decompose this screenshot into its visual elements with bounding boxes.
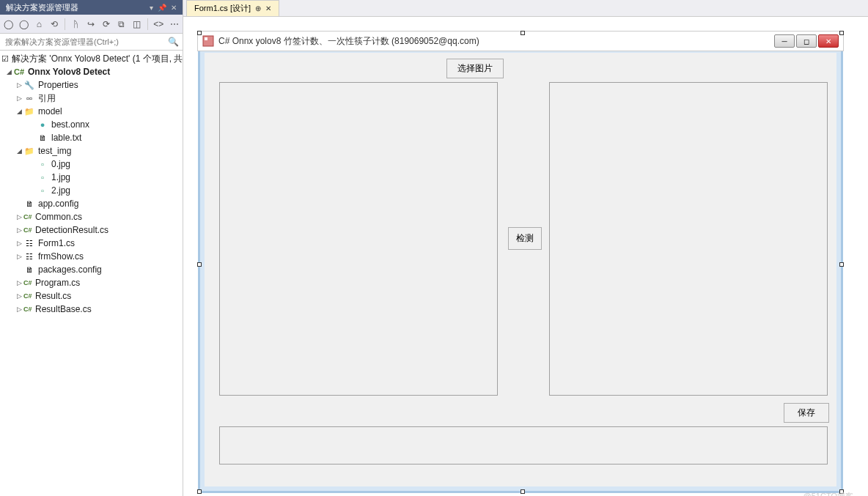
search-icon[interactable]: 🔍 xyxy=(168,37,180,47)
forward-icon[interactable]: ◯ xyxy=(19,18,29,30)
right-picture-panel[interactable] xyxy=(549,82,828,396)
pin-icon[interactable]: ⊕ xyxy=(255,4,261,12)
document-tab-strip: Form1.cs [设计] ⊕ ✕ xyxy=(183,0,868,17)
code-icon[interactable]: <> xyxy=(153,18,163,30)
svg-rect-1 xyxy=(205,37,207,40)
form-app-icon xyxy=(202,35,214,47)
detect-button[interactable]: 检测 xyxy=(508,227,542,250)
references-icon: ▫▫ xyxy=(23,92,35,104)
form-client-area: 选择图片 检测 保存 xyxy=(205,53,836,486)
panel-close-icon[interactable]: ✕ xyxy=(171,4,177,12)
resize-handle[interactable] xyxy=(521,489,525,494)
form-title: C# Onnx yolov8 竹签计数、一次性筷子计数 (819069052@q… xyxy=(218,35,774,48)
refresh-icon[interactable]: ⟳ xyxy=(101,18,111,30)
csharp-file-icon: C# xyxy=(23,226,35,234)
copy-icon[interactable]: ⧉ xyxy=(117,18,126,30)
tree-file-onnx[interactable]: ● best.onnx xyxy=(0,118,183,131)
csharp-project-icon: C# xyxy=(13,66,25,78)
image-file-icon: ▫ xyxy=(37,171,48,183)
close-button[interactable]: ✕ xyxy=(818,34,839,48)
tree-file-config[interactable]: 🗎 app.config xyxy=(0,197,183,210)
onnx-file-icon: ● xyxy=(37,119,48,130)
resize-handle[interactable] xyxy=(839,31,844,35)
panel-title: 解决方案资源管理器 xyxy=(6,2,150,13)
collapse-icon[interactable]: ◫ xyxy=(132,18,141,30)
tree-project-node[interactable]: ◢ C# Onnx Yolov8 Detect xyxy=(0,65,183,78)
panel-dropdown-icon[interactable]: ▾ xyxy=(150,4,153,12)
maximize-button[interactable]: ◻ xyxy=(796,34,817,48)
panel-pin-icon[interactable]: 📌 xyxy=(158,4,166,12)
tree-file-txt[interactable]: 🗎 lable.txt xyxy=(0,131,183,144)
config-file-icon: 🗎 xyxy=(23,198,35,210)
form-file-icon: ☷ xyxy=(23,251,35,262)
tab-label: Form1.cs [设计] xyxy=(194,3,251,14)
watermark-text: @51CTO博客 xyxy=(803,491,853,496)
folder-icon: 📁 xyxy=(23,145,35,157)
resize-handle[interactable] xyxy=(197,31,202,35)
tree-file-config[interactable]: 🗎 packages.config xyxy=(0,263,183,276)
resize-handle[interactable] xyxy=(839,262,844,267)
sync-icon[interactable]: ⟲ xyxy=(50,18,59,30)
tree-folder-model[interactable]: ◢ 📁 model xyxy=(0,105,183,118)
config-file-icon: 🗎 xyxy=(23,264,35,275)
minimize-button[interactable]: ─ xyxy=(774,34,795,48)
solution-toolbar: ◯ ◯ ⌂ ⟲ ᚤ ↪ ⟳ ⧉ ◫ <> ⋯ xyxy=(0,15,183,34)
image-file-icon: ▫ xyxy=(37,158,48,170)
tree-solution-node[interactable]: ☑ 解决方案 'Onnx Yolov8 Detect' (1 个项目, 共 xyxy=(0,52,183,65)
csharp-file-icon: C# xyxy=(23,279,35,286)
tree-file-image[interactable]: ▫ 1.jpg xyxy=(0,171,183,184)
tree-references-node[interactable]: ▷ ▫▫ 引用 xyxy=(0,92,183,105)
panel-header: 解决方案资源管理器 ▾ 📌 ✕ xyxy=(0,0,183,15)
resize-handle[interactable] xyxy=(197,489,202,494)
tree-file-image[interactable]: ▫ 0.jpg xyxy=(0,158,183,171)
tree-file-cs[interactable]: ▷ C# DetectionResult.cs xyxy=(0,223,183,237)
resize-handle[interactable] xyxy=(197,262,202,267)
toolbar-separator xyxy=(65,18,65,30)
tree-file-form[interactable]: ▷ ☷ Form1.cs xyxy=(0,237,183,250)
csharp-file-icon: C# xyxy=(23,292,35,300)
left-picture-panel[interactable] xyxy=(219,82,498,396)
bottom-output-panel[interactable] xyxy=(219,426,828,464)
close-icon[interactable]: ✕ xyxy=(265,4,271,12)
wrench-icon: 🔧 xyxy=(23,79,35,91)
csharp-file-icon: C# xyxy=(23,306,35,313)
designer-surface[interactable]: C# Onnx yolov8 竹签计数、一次性筷子计数 (819069052@q… xyxy=(183,17,868,496)
search-box: 🔍 xyxy=(0,34,183,51)
resize-handle[interactable] xyxy=(521,31,525,35)
redo-icon[interactable]: ↪ xyxy=(87,18,96,30)
text-file-icon: 🗎 xyxy=(37,132,48,144)
branch-icon[interactable]: ᚤ xyxy=(71,18,81,30)
back-icon[interactable]: ◯ xyxy=(4,18,13,30)
tree-file-cs[interactable]: ▷ C# Common.cs xyxy=(0,210,183,223)
tree-properties-node[interactable]: ▷ 🔧 Properties xyxy=(0,78,183,92)
tree-file-form[interactable]: ▷ ☷ frmShow.cs xyxy=(0,250,183,263)
toolbar-separator xyxy=(147,18,148,30)
select-image-button[interactable]: 选择图片 xyxy=(446,59,504,78)
form-file-icon: ☷ xyxy=(23,237,35,249)
save-button[interactable]: 保存 xyxy=(784,403,829,423)
solution-explorer-panel: 解决方案资源管理器 ▾ 📌 ✕ ◯ ◯ ⌂ ⟲ ᚤ ↪ ⟳ ⧉ ◫ <> ⋯ 🔍… xyxy=(0,0,183,496)
document-tab[interactable]: Form1.cs [设计] ⊕ ✕ xyxy=(186,0,279,16)
main-area: Form1.cs [设计] ⊕ ✕ C# Onnx yolov8 竹签计数、一次… xyxy=(183,0,868,496)
solution-icon: ☑ xyxy=(1,53,9,64)
tree-file-cs[interactable]: ▷ C# Result.cs xyxy=(0,289,183,303)
tree-folder-testimg[interactable]: ◢ 📁 test_img xyxy=(0,144,183,158)
window-controls: ─ ◻ ✕ xyxy=(774,34,839,48)
folder-icon: 📁 xyxy=(23,106,35,117)
solution-tree: ☑ 解决方案 'Onnx Yolov8 Detect' (1 个项目, 共 ◢ … xyxy=(0,51,183,496)
split-icon[interactable]: ⋯ xyxy=(169,18,179,30)
search-input[interactable] xyxy=(3,35,168,48)
tree-file-image[interactable]: ▫ 2.jpg xyxy=(0,184,183,197)
csharp-file-icon: C# xyxy=(23,213,35,221)
tree-file-cs[interactable]: ▷ C# Program.cs xyxy=(0,276,183,289)
tree-file-cs[interactable]: ▷ C# ResultBase.cs xyxy=(0,303,183,316)
home-icon[interactable]: ⌂ xyxy=(34,18,44,30)
designed-form[interactable]: C# Onnx yolov8 竹签计数、一次性筷子计数 (819069052@q… xyxy=(198,32,843,493)
image-file-icon: ▫ xyxy=(37,185,48,196)
